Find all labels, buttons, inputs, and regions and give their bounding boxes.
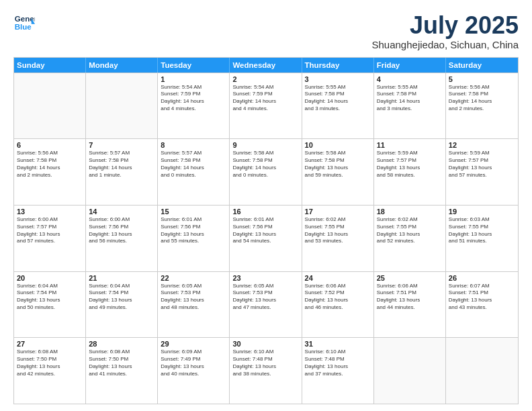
calendar-row: 6Sunrise: 5:56 AM Sunset: 7:58 PM Daylig… xyxy=(14,138,518,205)
day-info: Sunrise: 5:57 AM Sunset: 7:58 PM Dayligh… xyxy=(89,150,154,179)
day-info: Sunrise: 6:06 AM Sunset: 7:52 PM Dayligh… xyxy=(305,283,371,312)
day-info: Sunrise: 5:54 AM Sunset: 7:59 PM Dayligh… xyxy=(161,84,226,113)
calendar-cell: 11Sunrise: 5:59 AM Sunset: 7:57 PM Dayli… xyxy=(374,139,446,205)
calendar-cell xyxy=(86,73,158,139)
day-number: 9 xyxy=(232,141,298,149)
calendar-cell: 6Sunrise: 5:56 AM Sunset: 7:58 PM Daylig… xyxy=(14,139,86,205)
weekday-header: Tuesday xyxy=(158,58,230,73)
calendar-cell: 10Sunrise: 5:58 AM Sunset: 7:58 PM Dayli… xyxy=(302,139,374,205)
day-number: 28 xyxy=(89,340,154,348)
calendar-cell: 20Sunrise: 6:04 AM Sunset: 7:54 PM Dayli… xyxy=(14,272,86,338)
day-info: Sunrise: 6:08 AM Sunset: 7:50 PM Dayligh… xyxy=(17,349,83,377)
weekday-header: Saturday xyxy=(446,58,518,73)
calendar-body: 1Sunrise: 5:54 AM Sunset: 7:59 PM Daylig… xyxy=(14,73,518,404)
day-info: Sunrise: 6:00 AM Sunset: 7:57 PM Dayligh… xyxy=(17,216,83,245)
day-info: Sunrise: 5:56 AM Sunset: 7:58 PM Dayligh… xyxy=(449,84,515,113)
day-number: 31 xyxy=(305,340,371,348)
day-info: Sunrise: 6:01 AM Sunset: 7:56 PM Dayligh… xyxy=(232,216,298,245)
calendar-cell: 12Sunrise: 5:59 AM Sunset: 7:57 PM Dayli… xyxy=(446,139,518,205)
calendar-cell xyxy=(374,338,446,404)
day-info: Sunrise: 5:56 AM Sunset: 7:58 PM Dayligh… xyxy=(17,150,83,179)
day-number: 18 xyxy=(377,208,443,216)
day-number: 30 xyxy=(232,340,298,348)
calendar-cell: 24Sunrise: 6:06 AM Sunset: 7:52 PM Dayli… xyxy=(302,272,374,338)
day-info: Sunrise: 6:10 AM Sunset: 7:48 PM Dayligh… xyxy=(232,349,298,377)
page: General Blue July 2025 Shuanghejiedao, S… xyxy=(0,0,532,411)
day-number: 2 xyxy=(232,75,298,83)
day-info: Sunrise: 6:04 AM Sunset: 7:54 PM Dayligh… xyxy=(17,283,83,312)
calendar-cell xyxy=(446,338,518,404)
day-number: 20 xyxy=(17,274,83,282)
day-number: 11 xyxy=(377,141,443,149)
day-info: Sunrise: 6:00 AM Sunset: 7:56 PM Dayligh… xyxy=(89,216,154,245)
day-number: 29 xyxy=(161,340,226,348)
day-number: 6 xyxy=(17,141,83,149)
day-info: Sunrise: 6:09 AM Sunset: 7:49 PM Dayligh… xyxy=(161,349,226,377)
calendar-cell: 15Sunrise: 6:01 AM Sunset: 7:56 PM Dayli… xyxy=(158,205,230,271)
weekday-header: Friday xyxy=(374,58,446,73)
calendar-cell: 2Sunrise: 5:54 AM Sunset: 7:59 PM Daylig… xyxy=(230,73,302,139)
header: General Blue July 2025 Shuanghejiedao, S… xyxy=(13,12,519,50)
svg-text:Blue: Blue xyxy=(15,23,32,31)
calendar-cell: 22Sunrise: 6:05 AM Sunset: 7:53 PM Dayli… xyxy=(158,272,230,338)
day-info: Sunrise: 6:04 AM Sunset: 7:54 PM Dayligh… xyxy=(89,283,154,312)
day-number: 15 xyxy=(161,208,226,216)
month-title: July 2025 xyxy=(371,12,519,39)
day-number: 27 xyxy=(17,340,83,348)
day-number: 4 xyxy=(377,75,443,83)
calendar-row: 13Sunrise: 6:00 AM Sunset: 7:57 PM Dayli… xyxy=(14,205,518,271)
calendar-cell: 14Sunrise: 6:00 AM Sunset: 7:56 PM Dayli… xyxy=(86,205,158,271)
day-number: 25 xyxy=(377,274,443,282)
calendar-cell: 9Sunrise: 5:58 AM Sunset: 7:58 PM Daylig… xyxy=(230,139,302,205)
calendar-row: 20Sunrise: 6:04 AM Sunset: 7:54 PM Dayli… xyxy=(14,271,518,338)
day-number: 7 xyxy=(89,141,154,149)
day-info: Sunrise: 6:02 AM Sunset: 7:55 PM Dayligh… xyxy=(377,216,443,245)
day-number: 5 xyxy=(449,75,515,83)
day-number: 1 xyxy=(161,75,226,83)
day-number: 14 xyxy=(89,208,154,216)
calendar-cell: 18Sunrise: 6:02 AM Sunset: 7:55 PM Dayli… xyxy=(374,205,446,271)
day-number: 13 xyxy=(17,208,83,216)
day-number: 3 xyxy=(305,75,371,83)
calendar-cell: 29Sunrise: 6:09 AM Sunset: 7:49 PM Dayli… xyxy=(158,338,230,404)
calendar-cell: 16Sunrise: 6:01 AM Sunset: 7:56 PM Dayli… xyxy=(230,205,302,271)
calendar: SundayMondayTuesdayWednesdayThursdayFrid… xyxy=(13,57,519,404)
weekday-header: Wednesday xyxy=(230,58,302,73)
calendar-cell: 19Sunrise: 6:03 AM Sunset: 7:55 PM Dayli… xyxy=(446,205,518,271)
day-number: 16 xyxy=(232,208,298,216)
day-info: Sunrise: 5:57 AM Sunset: 7:58 PM Dayligh… xyxy=(161,150,226,179)
day-number: 22 xyxy=(161,274,226,282)
day-info: Sunrise: 6:10 AM Sunset: 7:48 PM Dayligh… xyxy=(305,349,371,377)
day-number: 21 xyxy=(89,274,154,282)
calendar-cell: 7Sunrise: 5:57 AM Sunset: 7:58 PM Daylig… xyxy=(86,139,158,205)
day-number: 19 xyxy=(449,208,515,216)
day-number: 10 xyxy=(305,141,371,149)
calendar-cell: 21Sunrise: 6:04 AM Sunset: 7:54 PM Dayli… xyxy=(86,272,158,338)
location: Shuanghejiedao, Sichuan, China xyxy=(371,39,519,50)
day-info: Sunrise: 6:05 AM Sunset: 7:53 PM Dayligh… xyxy=(161,283,226,312)
calendar-cell: 28Sunrise: 6:08 AM Sunset: 7:50 PM Dayli… xyxy=(86,338,158,404)
day-number: 24 xyxy=(305,274,371,282)
calendar-cell: 13Sunrise: 6:00 AM Sunset: 7:57 PM Dayli… xyxy=(14,205,86,271)
calendar-row: 1Sunrise: 5:54 AM Sunset: 7:59 PM Daylig… xyxy=(14,73,518,139)
day-info: Sunrise: 6:02 AM Sunset: 7:55 PM Dayligh… xyxy=(305,216,371,245)
calendar-cell: 8Sunrise: 5:57 AM Sunset: 7:58 PM Daylig… xyxy=(158,139,230,205)
day-number: 8 xyxy=(161,141,226,149)
calendar-cell: 17Sunrise: 6:02 AM Sunset: 7:55 PM Dayli… xyxy=(302,205,374,271)
calendar-row: 27Sunrise: 6:08 AM Sunset: 7:50 PM Dayli… xyxy=(14,337,518,404)
day-number: 26 xyxy=(449,274,515,282)
logo: General Blue xyxy=(13,12,35,34)
weekday-header: Monday xyxy=(86,58,158,73)
calendar-cell: 30Sunrise: 6:10 AM Sunset: 7:48 PM Dayli… xyxy=(230,338,302,404)
calendar-cell: 26Sunrise: 6:07 AM Sunset: 7:51 PM Dayli… xyxy=(446,272,518,338)
calendar-cell: 23Sunrise: 6:05 AM Sunset: 7:53 PM Dayli… xyxy=(230,272,302,338)
day-info: Sunrise: 5:55 AM Sunset: 7:58 PM Dayligh… xyxy=(305,84,371,113)
day-info: Sunrise: 6:05 AM Sunset: 7:53 PM Dayligh… xyxy=(232,283,298,312)
day-info: Sunrise: 6:03 AM Sunset: 7:55 PM Dayligh… xyxy=(449,216,515,245)
day-info: Sunrise: 5:58 AM Sunset: 7:58 PM Dayligh… xyxy=(305,150,371,179)
calendar-cell: 3Sunrise: 5:55 AM Sunset: 7:58 PM Daylig… xyxy=(302,73,374,139)
calendar-cell: 4Sunrise: 5:55 AM Sunset: 7:58 PM Daylig… xyxy=(374,73,446,139)
day-number: 12 xyxy=(449,141,515,149)
day-info: Sunrise: 5:59 AM Sunset: 7:57 PM Dayligh… xyxy=(449,150,515,179)
day-info: Sunrise: 6:07 AM Sunset: 7:51 PM Dayligh… xyxy=(449,283,515,312)
